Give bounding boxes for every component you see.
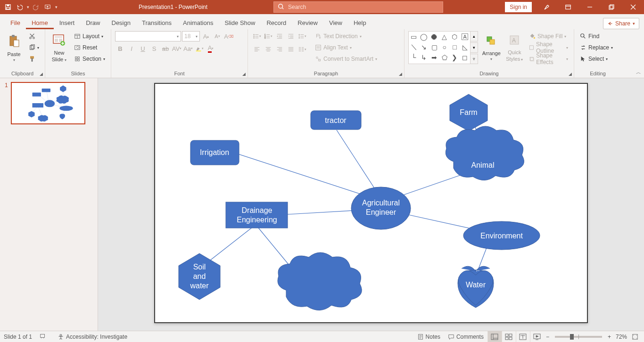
- cut-button[interactable]: [27, 31, 41, 41]
- drawing-dialog-icon[interactable]: ◢: [569, 72, 572, 76]
- shapes-gallery[interactable]: ▭ ◯ ⯃ △ ⬡ A ＼ ↘ ▢ ○ □ ◺ └ ↳ ➡ ⬠ ❯: [408, 31, 471, 64]
- change-case-button[interactable]: Aa▾: [183, 43, 193, 54]
- char-spacing-button[interactable]: AV▾: [172, 43, 182, 54]
- decrease-indent-icon[interactable]: [274, 31, 285, 41]
- collapse-ribbon-icon[interactable]: ︿: [636, 69, 641, 76]
- gallery-down-icon[interactable]: ▾: [471, 42, 478, 53]
- slide-sorter-icon[interactable]: [502, 331, 516, 342]
- align-right-icon[interactable]: [274, 44, 285, 55]
- notes-button[interactable]: Notes: [413, 331, 444, 342]
- undo-button[interactable]: [14, 2, 25, 12]
- status-slide-indicator[interactable]: Slide 1 of 1: [4, 334, 32, 340]
- align-left-icon[interactable]: [252, 44, 262, 55]
- sign-in-button[interactable]: Sign in: [505, 2, 532, 12]
- tab-animations[interactable]: Animations: [177, 16, 219, 29]
- decrease-font-icon[interactable]: A▾: [212, 31, 223, 41]
- shape-square-icon[interactable]: □: [450, 42, 460, 52]
- slide-1[interactable]: Irrigation tractor Farm Animal Agricultu…: [154, 83, 588, 323]
- replace-button[interactable]: Replace ▾: [578, 42, 615, 53]
- shape-oval-icon[interactable]: ◯: [419, 32, 429, 42]
- tab-view[interactable]: View: [323, 16, 348, 29]
- new-slide-button[interactable]: New Slide ▾: [49, 31, 69, 65]
- tab-file[interactable]: File: [5, 16, 26, 29]
- zoom-slider-knob[interactable]: [570, 334, 574, 340]
- shape-hexagon-icon[interactable]: ⬡: [450, 32, 460, 42]
- accessibility-status[interactable]: Accessibility: Investigate: [54, 331, 131, 342]
- tab-home[interactable]: Home: [26, 16, 54, 29]
- tab-record[interactable]: Record: [261, 16, 292, 29]
- columns-icon[interactable]: ▾: [297, 44, 307, 55]
- convert-smartart-button[interactable]: Convert to SmartArt▾: [313, 54, 379, 64]
- tab-review[interactable]: Review: [292, 16, 323, 29]
- tab-draw[interactable]: Draw: [80, 16, 106, 29]
- clipboard-dialog-icon[interactable]: ◢: [40, 72, 43, 76]
- copy-button[interactable]: ▾: [27, 42, 41, 53]
- tab-insert[interactable]: Insert: [54, 16, 81, 29]
- format-painter-button[interactable]: [27, 54, 41, 64]
- close-button[interactable]: [622, 0, 644, 14]
- shape-elbow-icon[interactable]: └: [409, 52, 419, 63]
- numbering-button[interactable]: 123▾: [263, 31, 273, 41]
- zoom-percent[interactable]: 72%: [613, 334, 630, 340]
- zoom-slider[interactable]: [555, 336, 602, 338]
- tab-slideshow[interactable]: Slide Show: [219, 16, 261, 29]
- connector[interactable]: [288, 210, 361, 214]
- shape-rightarrow-icon[interactable]: ➡: [429, 52, 439, 63]
- zoom-in-button[interactable]: +: [606, 331, 613, 342]
- increase-indent-icon[interactable]: [286, 31, 296, 41]
- shape-arrowline-icon[interactable]: ↘: [419, 42, 429, 52]
- shape-animal[interactable]: [446, 126, 524, 180]
- start-from-beginning-icon[interactable]: [42, 2, 53, 12]
- font-dialog-icon[interactable]: ◢: [242, 72, 246, 76]
- paste-button[interactable]: Paste ▾: [4, 31, 24, 65]
- arrange-button[interactable]: Arrange ▾: [481, 31, 502, 65]
- bold-button[interactable]: B: [115, 43, 125, 54]
- font-family-input[interactable]: ▾: [115, 31, 181, 41]
- shape-line-icon[interactable]: ＼: [409, 42, 419, 52]
- font-color-button[interactable]: A▾: [206, 43, 216, 54]
- select-button[interactable]: Select ▾: [578, 54, 615, 64]
- increase-font-icon[interactable]: A▴: [201, 31, 211, 41]
- layout-button[interactable]: Layout▾: [72, 31, 107, 41]
- share-button[interactable]: Share ▾: [603, 18, 639, 29]
- align-text-button[interactable]: Align Text▾: [313, 42, 379, 53]
- shape-pentarrow-icon[interactable]: ⬠: [439, 52, 450, 63]
- shape-elbowarrow-icon[interactable]: ↳: [419, 52, 429, 63]
- shape-callout-icon[interactable]: ◻: [460, 52, 470, 63]
- shape-fill-button[interactable]: Shape Fill▾: [527, 31, 570, 41]
- connector[interactable]: [207, 225, 255, 262]
- search-input[interactable]: [288, 4, 443, 10]
- paragraph-dialog-icon[interactable]: ◢: [399, 72, 402, 76]
- slide-canvas-area[interactable]: Irrigation tractor Farm Animal Agricultu…: [98, 78, 644, 331]
- status-language-icon[interactable]: [40, 333, 46, 341]
- clear-formatting-icon[interactable]: A⌫: [223, 31, 234, 41]
- undo-dropdown-icon[interactable]: ▾: [25, 5, 30, 9]
- shape-empty-cloud[interactable]: [278, 252, 362, 310]
- save-icon[interactable]: [3, 2, 13, 12]
- slide-thumbnail-1[interactable]: [11, 82, 85, 124]
- shape-rtriangle-icon[interactable]: ◺: [460, 42, 470, 52]
- zoom-out-button[interactable]: −: [544, 331, 551, 342]
- highlight-button[interactable]: ▾: [194, 43, 205, 54]
- reading-view-icon[interactable]: [516, 331, 530, 342]
- font-size-input[interactable]: 18▾: [182, 31, 200, 41]
- slideshow-view-icon[interactable]: [530, 331, 544, 342]
- shape-chevron-icon[interactable]: ❯: [450, 52, 460, 63]
- align-center-icon[interactable]: [263, 44, 273, 55]
- reset-button[interactable]: Reset: [72, 42, 107, 53]
- gallery-up-icon[interactable]: ▴: [471, 31, 478, 41]
- gallery-more-icon[interactable]: ▿: [471, 54, 478, 64]
- connector[interactable]: [238, 154, 377, 199]
- shadow-button[interactable]: S: [149, 43, 159, 54]
- maximize-button[interactable]: [601, 0, 622, 14]
- shape-textbox-icon[interactable]: A: [462, 33, 468, 40]
- strikethrough-button[interactable]: ab: [160, 43, 171, 54]
- normal-view-icon[interactable]: [487, 331, 502, 342]
- find-button[interactable]: Find: [578, 31, 615, 41]
- shape-outline-button[interactable]: Shape Outline▾: [527, 42, 570, 53]
- justify-icon[interactable]: [286, 44, 296, 55]
- section-button[interactable]: Section▾: [72, 54, 107, 64]
- quick-styles-button[interactable]: A Quick Styles ▾: [505, 31, 524, 65]
- shape-roundrect-icon[interactable]: ▢: [429, 42, 439, 52]
- shape-octagon-icon[interactable]: ⯃: [429, 32, 439, 42]
